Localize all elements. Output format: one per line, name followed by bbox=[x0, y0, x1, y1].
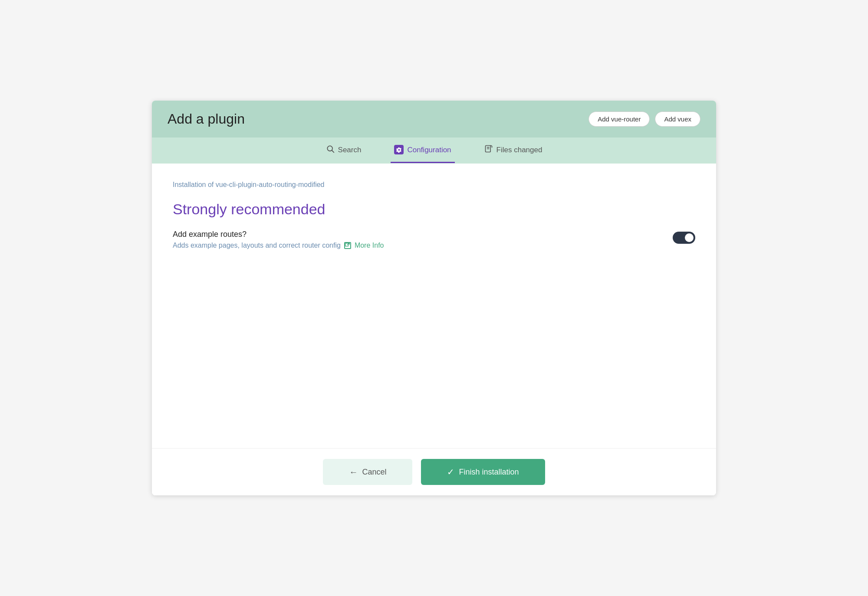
tab-search[interactable]: Search bbox=[322, 138, 365, 164]
add-vuex-button[interactable]: Add vuex bbox=[655, 111, 700, 127]
toggle-track bbox=[673, 232, 695, 244]
tab-configuration-label: Configuration bbox=[407, 146, 451, 154]
tab-files-changed[interactable]: Files changed bbox=[481, 138, 546, 164]
option-text: Add example routes? Adds example pages, … bbox=[173, 230, 384, 249]
option-label: Add example routes? bbox=[173, 230, 384, 239]
header: Add a plugin Add vue-router Add vuex bbox=[152, 101, 716, 138]
header-buttons: Add vue-router Add vuex bbox=[589, 111, 700, 127]
footer: ← Cancel ✓ Finish installation bbox=[152, 448, 716, 495]
toggle-wrapper bbox=[673, 232, 695, 244]
tab-files-changed-label: Files changed bbox=[496, 146, 542, 154]
cancel-label: Cancel bbox=[362, 468, 386, 477]
tab-configuration[interactable]: Configuration bbox=[391, 138, 454, 163]
finish-installation-button[interactable]: ✓ Finish installation bbox=[421, 459, 545, 485]
more-info-link[interactable]: More Info bbox=[355, 242, 384, 249]
finish-label: Finish installation bbox=[459, 468, 519, 477]
svg-line-1 bbox=[332, 151, 334, 153]
option-description: Adds example pages, layouts and correct … bbox=[173, 242, 384, 249]
content-spacer bbox=[173, 249, 695, 431]
tab-search-label: Search bbox=[338, 146, 362, 154]
cancel-button[interactable]: ← Cancel bbox=[323, 459, 412, 485]
add-vue-router-button[interactable]: Add vue-router bbox=[589, 111, 650, 127]
example-routes-toggle[interactable] bbox=[673, 232, 695, 244]
installation-subtitle: Installation of vue-cli-plugin-auto-rout… bbox=[173, 181, 695, 189]
option-row: Add example routes? Adds example pages, … bbox=[173, 230, 695, 249]
toggle-thumb bbox=[685, 233, 694, 242]
external-link-icon bbox=[344, 242, 351, 249]
section-title: Strongly recommended bbox=[173, 201, 695, 218]
files-icon bbox=[484, 144, 493, 155]
arrow-left-icon: ← bbox=[349, 467, 358, 477]
search-icon bbox=[326, 144, 335, 155]
main-content: Installation of vue-cli-plugin-auto-rout… bbox=[152, 164, 716, 448]
app-container: Add a plugin Add vue-router Add vuex Sea… bbox=[152, 101, 716, 495]
config-icon bbox=[394, 145, 404, 155]
option-desc-text: Adds example pages, layouts and correct … bbox=[173, 242, 341, 249]
tabs-bar: Search Configuration Fi bbox=[152, 138, 716, 164]
check-icon: ✓ bbox=[447, 467, 454, 477]
page-title: Add a plugin bbox=[168, 111, 245, 127]
